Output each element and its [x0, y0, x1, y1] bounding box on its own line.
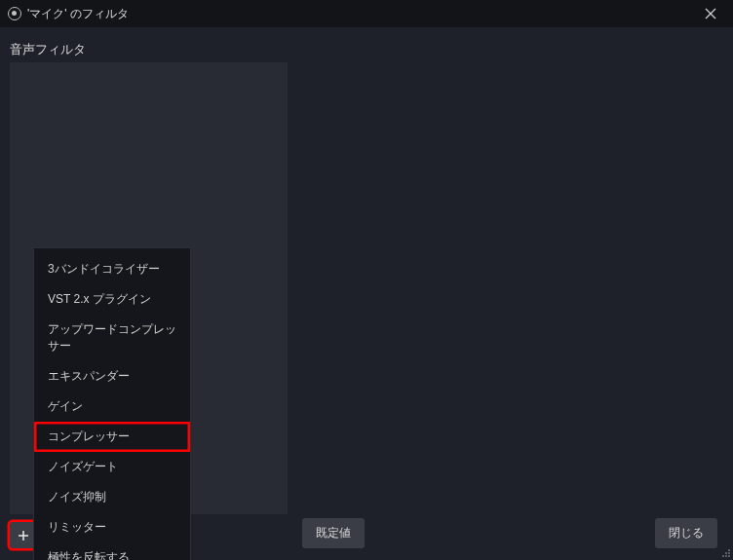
menu-item[interactable]: 3バンドイコライザー [34, 254, 190, 284]
section-label: 音声フィルタ [0, 27, 733, 66]
titlebar: 'マイク' のフィルタ [0, 0, 733, 27]
add-filter-menu: 3バンドイコライザーVST 2.x プラグインアップワードコンプレッサーエキスパ… [33, 247, 191, 560]
svg-point-6 [728, 552, 730, 554]
menu-item[interactable]: リミッター [34, 512, 190, 542]
menu-item[interactable]: ノイズゲート [34, 452, 190, 482]
defaults-button-wrap: 既定値 [302, 518, 365, 548]
plus-icon [17, 529, 30, 542]
svg-point-4 [728, 549, 730, 551]
menu-item[interactable]: エキスパンダー [34, 361, 190, 392]
resize-grip-icon [721, 548, 731, 558]
menu-item[interactable]: ゲイン [34, 392, 190, 422]
window-close-button[interactable] [696, 0, 725, 27]
close-button-wrap: 閉じる [655, 518, 717, 548]
defaults-button[interactable]: 既定値 [302, 518, 365, 548]
titlebar-left: 'マイク' のフィルタ [8, 6, 129, 22]
window-title: 'マイク' のフィルタ [27, 6, 129, 22]
menu-item[interactable]: VST 2.x プラグイン [34, 284, 190, 315]
svg-point-5 [725, 552, 727, 554]
add-filter-button[interactable] [10, 522, 36, 548]
menu-item[interactable]: ノイズ抑制 [34, 482, 190, 512]
resize-grip[interactable] [721, 548, 731, 558]
menu-item[interactable]: アップワードコンプレッサー [34, 315, 190, 361]
svg-point-8 [725, 555, 727, 557]
svg-point-9 [728, 555, 730, 557]
app-icon [8, 7, 21, 20]
close-icon [705, 8, 716, 19]
menu-item[interactable]: コンプレッサー [34, 422, 190, 452]
menu-item[interactable]: 極性を反転する [34, 542, 190, 560]
close-button[interactable]: 閉じる [655, 518, 717, 548]
svg-point-7 [722, 555, 724, 557]
